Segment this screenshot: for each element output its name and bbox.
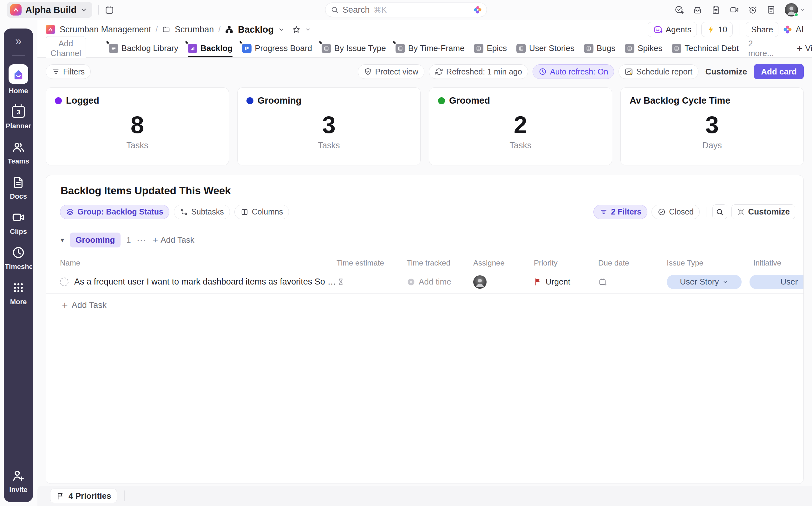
clips-record-icon[interactable] bbox=[730, 5, 739, 15]
priority-cell[interactable]: Urgent bbox=[534, 277, 598, 287]
task-name[interactable]: As a frequent user I want to mark dashbo… bbox=[74, 277, 337, 287]
ai-flower-icon[interactable] bbox=[473, 5, 482, 14]
time-tracked-cell[interactable]: Add time bbox=[407, 277, 473, 287]
breadcrumb-view[interactable]: Backlog bbox=[238, 24, 274, 35]
tab-bugs[interactable]: Bugs bbox=[584, 39, 615, 57]
assignee-cell[interactable] bbox=[473, 275, 534, 289]
column-header-issue-type[interactable]: Issue Type bbox=[661, 259, 749, 267]
collapse-group-icon[interactable]: ▾ bbox=[61, 236, 64, 244]
sidebar-item-home[interactable]: Home bbox=[4, 64, 33, 95]
active-filters-button[interactable]: 2 Filters bbox=[594, 205, 648, 219]
time-estimate-cell[interactable] bbox=[337, 277, 407, 286]
calendar-icon[interactable] bbox=[105, 5, 115, 15]
sidebar-item-docs[interactable]: Docs bbox=[4, 175, 33, 200]
column-header-name[interactable]: Name bbox=[46, 259, 337, 267]
reminder-icon[interactable] bbox=[748, 5, 757, 15]
status-dot bbox=[247, 97, 254, 104]
card-grooming[interactable]: Grooming 3 Tasks bbox=[237, 87, 421, 165]
chevron-down-icon[interactable] bbox=[278, 26, 284, 33]
ai-button[interactable]: AI bbox=[783, 25, 804, 34]
closed-toggle[interactable]: Closed bbox=[652, 205, 700, 219]
sidebar-item-teams[interactable]: Teams bbox=[4, 140, 33, 165]
avatar bbox=[785, 3, 798, 16]
plus-icon: + bbox=[152, 235, 158, 245]
tab-progress-board[interactable]: Progress Board bbox=[242, 39, 312, 57]
sidebar-item-planner[interactable]: 3 Planner bbox=[4, 104, 33, 130]
column-header-priority[interactable]: Priority bbox=[534, 259, 598, 267]
column-header-time-estimate[interactable]: Time estimate bbox=[337, 259, 407, 267]
refreshed-button[interactable]: Refreshed: 1 min ago bbox=[429, 64, 528, 79]
tab-backlog[interactable]: Backlog bbox=[188, 39, 232, 57]
panel-customize-button[interactable]: Customize bbox=[731, 204, 795, 219]
card-groomed[interactable]: Groomed 2 Tasks bbox=[429, 87, 612, 165]
card-logged[interactable]: Logged 8 Tasks bbox=[46, 87, 229, 165]
teams-icon bbox=[11, 140, 25, 154]
group-menu-icon[interactable]: ⋯ bbox=[137, 237, 147, 243]
notepad-icon[interactable] bbox=[711, 5, 721, 15]
schedule-report-button[interactable]: Schedule report bbox=[618, 64, 698, 79]
sidebar-invite[interactable]: Invite bbox=[4, 468, 33, 494]
column-header-assignee[interactable]: Assignee bbox=[473, 259, 534, 267]
share-button[interactable]: Share bbox=[746, 22, 779, 37]
sidebar-item-clips[interactable]: Clips bbox=[4, 210, 33, 236]
priorities-button[interactable]: 4 Priorities bbox=[50, 489, 117, 503]
column-header-due-date[interactable]: Due date bbox=[598, 259, 661, 267]
chevron-down-icon[interactable] bbox=[305, 27, 311, 32]
sidebar-item-timesheet[interactable]: Timeshe.. bbox=[4, 245, 33, 271]
search-tasks-button[interactable] bbox=[713, 204, 727, 219]
table-row[interactable]: As a frequent user I want to mark dashbo… bbox=[46, 270, 803, 294]
tab-by-issue-type[interactable]: By Issue Type bbox=[322, 39, 386, 57]
tab-spikes[interactable]: Spikes bbox=[625, 39, 662, 57]
add-channel-button[interactable]: Add Channel bbox=[46, 36, 86, 61]
tab-by-time-frame[interactable]: By Time-Frame bbox=[396, 39, 465, 57]
workspace-switcher[interactable]: Alpha Build bbox=[7, 2, 92, 18]
search-input[interactable]: Search ⌘K bbox=[325, 3, 487, 17]
search-placeholder: Search bbox=[343, 5, 370, 15]
breadcrumb-workspace[interactable]: Scrumban Management bbox=[60, 25, 151, 34]
protect-view-button[interactable]: Protect view bbox=[358, 64, 424, 79]
breadcrumb-space[interactable]: Scrumban bbox=[175, 25, 214, 34]
calendar-plus-icon bbox=[598, 277, 607, 286]
issue-type-cell[interactable]: User Story bbox=[661, 275, 749, 289]
shield-check-icon bbox=[364, 68, 372, 76]
favorite-star-icon[interactable] bbox=[292, 25, 301, 34]
group-by-button[interactable]: Group: Backlog Status bbox=[60, 205, 170, 219]
status-dot bbox=[438, 97, 445, 104]
columns-button[interactable]: Columns bbox=[234, 205, 289, 219]
main-area: Scrumban Management / Scrumban / Backlog… bbox=[38, 20, 812, 506]
customize-button[interactable]: Customize bbox=[703, 67, 749, 77]
doc-icon[interactable] bbox=[766, 5, 776, 15]
subtasks-button[interactable]: Subtasks bbox=[174, 205, 230, 219]
ai-flower-icon bbox=[783, 25, 792, 34]
sidebar-item-more[interactable]: More bbox=[4, 280, 33, 306]
column-header-initiative[interactable]: Initiative bbox=[749, 259, 803, 267]
initiative-pill[interactable]: User bbox=[749, 275, 804, 289]
add-task-button[interactable]: + Add Task bbox=[62, 300, 803, 310]
due-date-cell[interactable] bbox=[598, 277, 661, 286]
tab-user-stories[interactable]: User Stories bbox=[517, 39, 574, 57]
filters-button[interactable]: Filters bbox=[46, 64, 91, 79]
add-view-button[interactable]: + View bbox=[797, 39, 812, 57]
issue-type-pill[interactable]: User Story bbox=[667, 275, 742, 289]
initiative-cell[interactable]: User bbox=[749, 275, 803, 289]
table-view-icon bbox=[584, 44, 594, 53]
credits-button[interactable]: 10 bbox=[701, 22, 733, 37]
tab-epics[interactable]: Epics bbox=[474, 39, 507, 57]
tab-backlog-library[interactable]: Backlog Library bbox=[109, 39, 178, 57]
group-status-badge[interactable]: Grooming bbox=[70, 233, 121, 247]
card-unit: Tasks bbox=[126, 141, 148, 151]
card-av-backlog-cycle-time[interactable]: Av Backlog Cycle Time 3 Days bbox=[620, 87, 804, 165]
group-add-task-button[interactable]: + Add Task bbox=[152, 235, 194, 245]
more-tabs-button[interactable]: 2 more... bbox=[748, 39, 774, 57]
new-task-icon[interactable] bbox=[674, 5, 684, 15]
auto-refresh-toggle[interactable]: Auto refresh: On bbox=[533, 64, 614, 79]
collapse-sidebar-icon[interactable]: » bbox=[15, 35, 21, 47]
inbox-icon[interactable] bbox=[693, 5, 702, 15]
layers-icon bbox=[66, 208, 74, 216]
add-card-button[interactable]: Add card bbox=[754, 64, 804, 79]
task-status-icon[interactable] bbox=[60, 277, 69, 286]
agents-button[interactable]: Agents bbox=[648, 22, 697, 37]
column-header-time-tracked[interactable]: Time tracked bbox=[407, 259, 473, 267]
user-menu[interactable] bbox=[785, 3, 805, 16]
tab-technical-debt[interactable]: Technical Debt bbox=[672, 39, 739, 57]
